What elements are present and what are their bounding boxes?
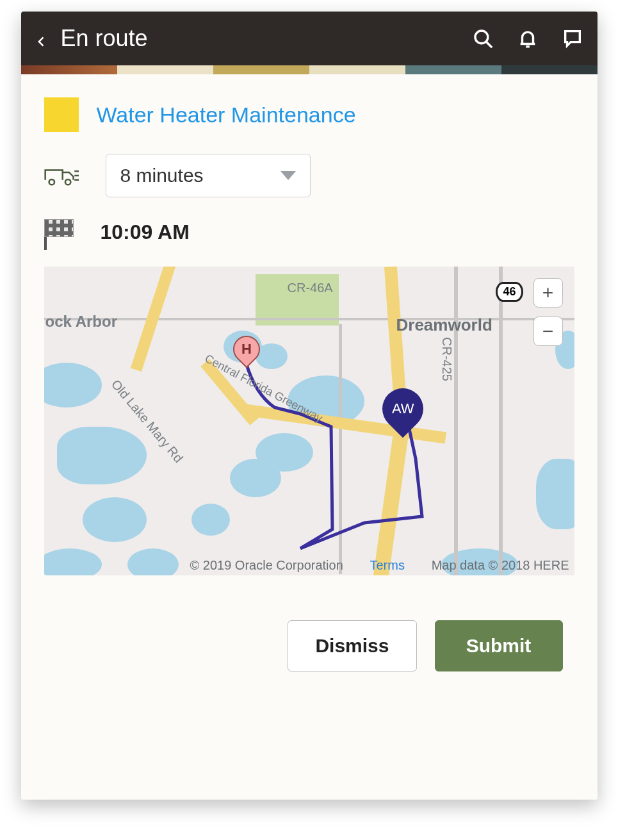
zoom-in-button[interactable]: + [533,278,563,308]
route-shield-46: 46 [496,282,523,302]
chat-icon[interactable] [562,28,583,49]
task-header: Water Heater Maintenance [44,97,574,132]
duration-value: 8 minutes [120,165,204,186]
header-actions [472,28,583,49]
submit-button[interactable]: Submit [435,620,563,671]
zoom-out-button[interactable]: − [533,317,563,346]
marker-h-label: H [241,341,252,358]
eta-time: 10:09 AM [101,220,190,244]
bell-icon[interactable] [517,28,539,49]
finish-flag-icon [44,219,79,245]
truck-icon [44,163,79,188]
svg-point-0 [475,31,487,44]
svg-point-2 [49,179,54,185]
task-color-swatch [44,97,79,132]
page-title: En route [61,25,472,52]
app-header: En route [21,12,598,65]
map-marker-h[interactable]: H [233,336,260,363]
dismiss-button[interactable]: Dismiss [288,620,416,671]
search-icon[interactable] [472,28,494,49]
map-label-ockarbor: ock Arbor [45,313,117,331]
content-area: Water Heater Maintenance 8 minutes [21,74,598,800]
map-marker-aw[interactable]: AW [382,388,423,429]
svg-line-1 [486,42,492,48]
map-copyright: © 2019 Oracle Corporation [190,558,343,573]
svg-point-3 [65,179,70,185]
map-terms-link[interactable]: Terms [370,558,405,573]
task-title-link[interactable]: Water Heater Maintenance [97,103,356,128]
eta-row: 10:09 AM [44,219,574,245]
duration-select[interactable]: 8 minutes [106,154,311,197]
marker-aw-label: AW [391,400,414,417]
decor-stripe [21,65,598,74]
map-data-credit: Map data © 2018 HERE [432,558,569,573]
action-buttons: Dismiss Submit [44,575,574,787]
back-icon[interactable] [35,32,48,45]
map-label-cr46a: CR-46A [288,281,333,295]
chevron-down-icon [281,171,296,180]
map-attribution: © 2019 Oracle Corporation Terms Map data… [44,558,574,573]
travel-duration-row: 8 minutes [44,154,574,197]
map-zoom-controls: + − [533,278,563,346]
map-label-dreamworld: Dreamworld [396,315,492,335]
map-label-cr425: CR-425 [439,337,454,381]
route-map[interactable]: H AW 46 CR-46A Dreamworld ock Arbor Old … [44,267,574,575]
